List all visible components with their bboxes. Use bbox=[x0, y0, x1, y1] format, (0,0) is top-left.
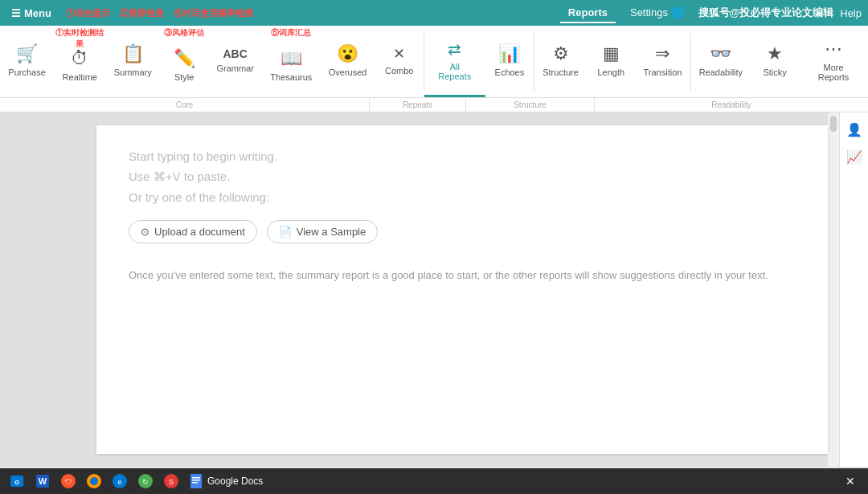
tab-settings[interactable]: Settings 🌐 bbox=[622, 3, 692, 23]
annotation-1: ①综合提示 bbox=[66, 7, 110, 19]
toolbar-structure[interactable]: ⚙ Structure bbox=[534, 26, 587, 97]
purchase-label: Purchase bbox=[8, 67, 45, 77]
svg-rect-15 bbox=[192, 477, 200, 479]
toolbar-more-reports[interactable]: ⋯ More Reports bbox=[799, 26, 868, 97]
upload-icon: ⊙ bbox=[141, 226, 149, 238]
toolbar-sub-sections: Core Repeats Structure Readability bbox=[0, 98, 868, 112]
thesaurus-annotation: ⑤词库汇总 bbox=[262, 27, 320, 39]
more-reports-icon: ⋯ bbox=[825, 39, 842, 59]
hamburger-icon: ☰ bbox=[11, 7, 21, 19]
top-bar: ☰ Menu ①综合提示 ②措辞检查 ④对话使用频率检测 Reports Set… bbox=[0, 0, 868, 26]
sticky-label: Sticky bbox=[763, 67, 786, 77]
toolbar-summary[interactable]: 📋 Summary bbox=[105, 26, 160, 97]
length-icon: ▦ bbox=[603, 43, 620, 64]
taskbar-app-icon[interactable]: S bbox=[162, 472, 180, 490]
readability-section-label: Readability bbox=[595, 98, 868, 112]
toolbar-grammar[interactable]: ABC Grammar bbox=[208, 26, 262, 97]
svg-text:S: S bbox=[169, 478, 174, 486]
style-icon: ✏️ bbox=[174, 48, 195, 69]
toolbar-combo[interactable]: ✕ Combo bbox=[375, 26, 424, 97]
grammar-icon: ABC bbox=[223, 47, 247, 60]
summary-label: Summary bbox=[114, 67, 152, 77]
realtime-label: Realtime bbox=[63, 72, 97, 82]
placeholder-line-3: Or try one of the following: bbox=[129, 190, 796, 204]
purchase-icon: 🛒 bbox=[16, 43, 38, 64]
taskbar-word-icon[interactable]: W bbox=[34, 472, 51, 490]
toolbar-overused[interactable]: 😮 Overused bbox=[320, 26, 375, 97]
menu-label: Menu bbox=[24, 7, 51, 19]
sample-label: View a Sample bbox=[297, 226, 366, 238]
toolbar-style[interactable]: ③风格评估 ✏️ Style bbox=[160, 26, 208, 97]
toolbar-sticky[interactable]: ★ Sticky bbox=[751, 26, 799, 97]
taskbar: o W 🛡 e ↻ S Google Docs ✕ bbox=[0, 468, 868, 494]
structure-section-label: Structure bbox=[466, 98, 595, 112]
editor-action-buttons: ⊙ Upload a document 📄 View a Sample bbox=[129, 220, 796, 243]
sticky-icon: ★ bbox=[767, 43, 783, 64]
overused-label: Overused bbox=[329, 67, 367, 77]
structure-icon: ⚙ bbox=[553, 43, 569, 64]
scrollbar[interactable] bbox=[828, 112, 839, 467]
repeats-section-label: Repeats bbox=[370, 98, 466, 112]
taskbar-firefox-icon[interactable] bbox=[85, 472, 103, 490]
brand-text: 搜狐号@投必得专业论文编辑 bbox=[698, 6, 834, 20]
svg-rect-14 bbox=[190, 474, 202, 488]
grammar-label: Grammar bbox=[216, 63, 253, 73]
toolbar-thesaurus[interactable]: ⑤词库汇总 📖 Thesaurus bbox=[262, 26, 320, 97]
toolbar-readability[interactable]: 👓 Readability bbox=[691, 26, 751, 97]
editor-hint-text: Once you've entered some text, the summa… bbox=[129, 267, 796, 284]
upload-document-button[interactable]: ⊙ Upload a document bbox=[129, 220, 257, 243]
svg-text:o: o bbox=[14, 478, 19, 486]
toolbar-echoes[interactable]: 📊 Echoes bbox=[485, 26, 534, 97]
upload-label: Upload a document bbox=[154, 226, 245, 238]
annotation-2: ②措辞检查 bbox=[120, 7, 164, 19]
all-repeats-label: All Repeats bbox=[434, 62, 476, 81]
editor-placeholder: Start typing to begin writing. Use ⌘+V t… bbox=[129, 149, 796, 204]
annotation-3: ④对话使用频率检测 bbox=[174, 7, 253, 19]
svg-text:↻: ↻ bbox=[142, 478, 149, 486]
toolbar-length[interactable]: ▦ Length bbox=[587, 26, 635, 97]
right-panel-user-icon[interactable]: 👤 bbox=[844, 119, 865, 140]
style-label: Style bbox=[174, 72, 194, 82]
help-link[interactable]: Help bbox=[840, 7, 862, 19]
echoes-label: Echoes bbox=[495, 67, 525, 77]
taskbar-google-docs[interactable]: Google Docs bbox=[188, 473, 263, 489]
editor-area[interactable]: Start typing to begin writing. Use ⌘+V t… bbox=[96, 125, 828, 454]
toolbar-all-repeats[interactable]: ⇄ All Repeats bbox=[424, 26, 485, 97]
menu-button[interactable]: ☰ Menu bbox=[6, 6, 56, 21]
toolbar-purchase[interactable]: 🛒 Purchase bbox=[0, 26, 54, 97]
transition-icon: ⇒ bbox=[655, 43, 669, 64]
all-repeats-icon: ⇄ bbox=[448, 39, 461, 59]
taskbar-edge-icon[interactable]: e bbox=[111, 472, 129, 490]
combo-label: Combo bbox=[385, 66, 413, 76]
scrollbar-thumb[interactable] bbox=[830, 116, 837, 132]
google-docs-label: Google Docs bbox=[207, 476, 263, 487]
placeholder-line-1: Start typing to begin writing. bbox=[129, 149, 796, 163]
toolbar: 🛒 Purchase ①实时检测结果 ⏱ Realtime 📋 Summary … bbox=[0, 26, 868, 98]
overused-icon: 😮 bbox=[337, 43, 358, 64]
realtime-icon: ⏱ bbox=[71, 48, 88, 69]
taskbar-brave-icon[interactable]: 🛡 bbox=[59, 472, 77, 490]
style-annotation: ③风格评估 bbox=[160, 27, 208, 39]
length-label: Length bbox=[597, 67, 624, 77]
taskbar-close-button[interactable]: ✕ bbox=[841, 475, 860, 488]
svg-text:W: W bbox=[39, 476, 47, 486]
left-spacer bbox=[0, 112, 48, 467]
sample-icon: 📄 bbox=[279, 226, 292, 238]
thesaurus-icon: 📖 bbox=[280, 48, 302, 69]
taskbar-outlook-icon[interactable]: o bbox=[8, 472, 26, 490]
view-sample-button[interactable]: 📄 View a Sample bbox=[267, 220, 378, 243]
taskbar-sync-icon[interactable]: ↻ bbox=[137, 472, 154, 490]
core-section-label: Core bbox=[0, 98, 370, 112]
svg-rect-16 bbox=[192, 480, 200, 481]
main-area: Start typing to begin writing. Use ⌘+V t… bbox=[0, 112, 868, 467]
svg-point-7 bbox=[90, 477, 98, 485]
toolbar-realtime[interactable]: ①实时检测结果 ⏱ Realtime bbox=[54, 26, 105, 97]
right-panel-chart-icon[interactable]: 📈 bbox=[844, 146, 865, 167]
realtime-annotation: ①实时检测结果 bbox=[54, 27, 105, 50]
transition-label: Transition bbox=[644, 67, 682, 77]
tab-reports[interactable]: Reports bbox=[560, 3, 616, 23]
echoes-icon: 📊 bbox=[498, 43, 520, 64]
toolbar-transition[interactable]: ⇒ Transition bbox=[635, 26, 690, 97]
thesaurus-label: Thesaurus bbox=[270, 72, 312, 82]
svg-rect-17 bbox=[192, 482, 198, 484]
